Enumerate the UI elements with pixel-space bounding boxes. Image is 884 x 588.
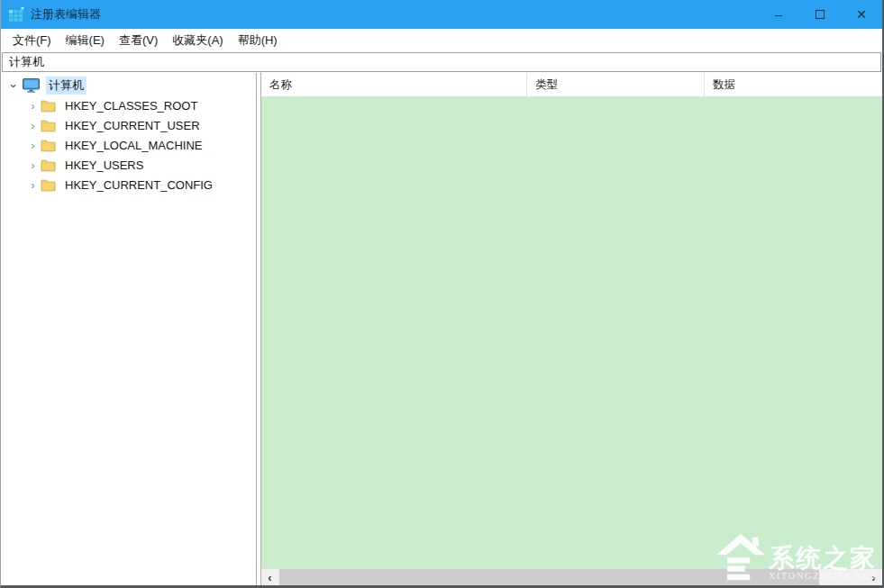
titlebar[interactable]: 注册表编辑器 – ✕ bbox=[1, 0, 882, 29]
menu-view[interactable]: 查看(V) bbox=[112, 30, 165, 51]
tree-item-label: HKEY_CURRENT_CONFIG bbox=[62, 177, 215, 193]
folder-icon bbox=[41, 99, 56, 113]
column-header-data[interactable]: 数据 bbox=[705, 73, 882, 96]
tree-item-label: HKEY_USERS bbox=[62, 158, 146, 173]
registry-editor-icon bbox=[9, 7, 24, 22]
value-list-panel: 名称 类型 数据 ‹ › bbox=[260, 73, 882, 585]
chevron-right-icon[interactable]: › bbox=[25, 158, 41, 172]
address-bar[interactable]: 计算机 bbox=[2, 52, 881, 72]
scrollbar-thumb[interactable] bbox=[279, 569, 819, 585]
close-button[interactable]: ✕ bbox=[841, 0, 882, 29]
regedit-window: 注册表编辑器 – ✕ 文件(F) 编辑(E) 查看(V) 收藏夹(A) 帮助(H… bbox=[0, 0, 884, 588]
address-value: 计算机 bbox=[9, 54, 44, 70]
close-icon: ✕ bbox=[856, 8, 867, 21]
menu-help[interactable]: 帮助(H) bbox=[231, 30, 285, 51]
scroll-left-button[interactable]: ‹ bbox=[261, 569, 278, 585]
scrollbar-track[interactable] bbox=[278, 569, 865, 585]
chevron-right-icon[interactable]: › bbox=[25, 99, 41, 113]
maximize-button[interactable] bbox=[799, 0, 841, 29]
scroll-right-icon: › bbox=[871, 571, 875, 584]
menu-bar: 文件(F) 编辑(E) 查看(V) 收藏夹(A) 帮助(H) bbox=[1, 29, 882, 51]
tree-item-hkey-local-machine[interactable]: › HKEY_LOCAL_MACHINE bbox=[1, 135, 256, 155]
chevron-down-icon[interactable]: › bbox=[7, 79, 21, 92]
minimize-icon: – bbox=[775, 8, 782, 21]
chevron-right-icon[interactable]: › bbox=[25, 178, 41, 192]
scroll-left-icon: ‹ bbox=[268, 571, 271, 584]
computer-icon bbox=[23, 78, 41, 93]
folder-icon bbox=[41, 178, 56, 192]
tree-item-label: HKEY_CLASSES_ROOT bbox=[62, 98, 200, 113]
horizontal-scrollbar[interactable]: ‹ › bbox=[261, 568, 882, 585]
list-header: 名称 类型 数据 bbox=[261, 73, 882, 96]
folder-icon bbox=[41, 119, 56, 132]
chevron-right-icon[interactable]: › bbox=[25, 139, 41, 152]
tree-item-label: 计算机 bbox=[46, 77, 87, 95]
tree-item-hkey-users[interactable]: › HKEY_USERS bbox=[1, 155, 256, 175]
tree-item-label: HKEY_LOCAL_MACHINE bbox=[62, 138, 205, 153]
value-list-empty-area[interactable] bbox=[261, 96, 882, 568]
tree-panel[interactable]: › 计算机 › bbox=[1, 73, 257, 585]
folder-icon bbox=[41, 139, 56, 152]
tree-item-hkey-classes-root[interactable]: › HKEY_CLASSES_ROOT bbox=[1, 95, 256, 115]
folder-icon bbox=[41, 158, 56, 172]
tree-item-label: HKEY_CURRENT_USER bbox=[62, 118, 203, 133]
menu-file[interactable]: 文件(F) bbox=[5, 30, 59, 51]
address-bar-row: 计算机 bbox=[1, 51, 882, 73]
menu-favorites[interactable]: 收藏夹(A) bbox=[165, 30, 230, 51]
scroll-right-button[interactable]: › bbox=[865, 569, 882, 585]
maximize-icon bbox=[816, 10, 825, 19]
menu-edit[interactable]: 编辑(E) bbox=[59, 30, 112, 51]
chevron-right-icon[interactable]: › bbox=[25, 119, 41, 132]
tree-item-computer[interactable]: › 计算机 bbox=[1, 76, 256, 95]
main-area: › 计算机 › bbox=[1, 73, 882, 585]
tree-item-hkey-current-user[interactable]: › HKEY_CURRENT_USER bbox=[1, 115, 256, 135]
tree-item-hkey-current-config[interactable]: › HKEY_CURRENT_CONFIG bbox=[1, 175, 256, 194]
window-title: 注册表编辑器 bbox=[31, 0, 101, 29]
column-header-name[interactable]: 名称 bbox=[261, 73, 527, 96]
minimize-button[interactable]: – bbox=[758, 0, 799, 29]
window-controls: – ✕ bbox=[758, 0, 882, 29]
column-header-type[interactable]: 类型 bbox=[527, 73, 705, 96]
